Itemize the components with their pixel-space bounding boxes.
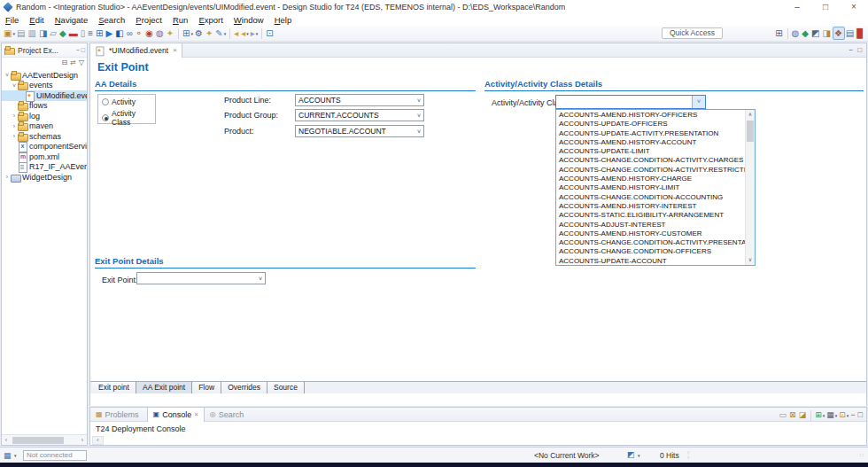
menu-item[interactable]: Window xyxy=(229,15,269,25)
open-perspective-icon[interactable]: ⊞ xyxy=(774,27,784,40)
tab-flow[interactable]: Flow xyxy=(192,382,221,393)
doc-icon[interactable]: ▯ xyxy=(80,27,88,40)
scroll-lock-icon[interactable]: ⊠ xyxy=(788,409,798,422)
activity-option[interactable]: ACCOUNTS-AMEND.HISTORY-INTEREST xyxy=(556,202,745,211)
maximize-view-icon[interactable]: □ xyxy=(81,47,85,53)
collapse-all-icon[interactable]: ⊟ xyxy=(61,58,67,67)
scroll-right-icon[interactable]: › xyxy=(78,437,87,443)
back-icon[interactable]: ◂▾ xyxy=(240,27,250,40)
run-config-icon[interactable]: ▶ xyxy=(105,27,114,40)
product-group-select[interactable]: CURRENT.ACCOUNTS ˅ xyxy=(295,109,424,121)
external-icon[interactable]: ✦ xyxy=(166,27,175,40)
annotation-icon[interactable]: ✎▾ xyxy=(214,27,227,40)
tree-item-flows[interactable]: flows xyxy=(2,101,87,112)
preferences-icon[interactable]: ⚙ xyxy=(194,27,205,40)
scroll-down-icon[interactable]: ∨ xyxy=(746,255,755,265)
menu-item[interactable]: Help xyxy=(269,15,298,25)
link-icon[interactable]: ⚬ xyxy=(135,27,144,40)
new-file-icon[interactable]: ▱ xyxy=(49,27,58,40)
server-connection-icon[interactable]: ▦ xyxy=(4,451,12,460)
exit-point-select[interactable]: ˅ xyxy=(136,272,266,284)
chevron-down-icon[interactable]: ˅ xyxy=(692,96,705,108)
scroll-left-icon[interactable]: ‹ xyxy=(2,437,11,443)
activity-option[interactable]: ACCOUNTS-UPDATE-OFFICERS xyxy=(556,120,745,128)
tab-console[interactable]: ▣ Console × xyxy=(147,408,205,422)
display-console-icon[interactable]: ▦▾ xyxy=(825,409,838,422)
link-editor-icon[interactable]: ⇄ xyxy=(70,58,76,67)
tab-search[interactable]: ◎ Search xyxy=(205,408,252,422)
tree-expand-arrow-icon[interactable]: › xyxy=(11,133,18,139)
console-hscrollbar[interactable]: ‹ xyxy=(92,436,104,445)
deploy-icon[interactable]: ◨ xyxy=(38,27,49,40)
tree-item-aaeventdesign[interactable]: ˅ AAEventDesign xyxy=(2,70,87,81)
open-view-icon[interactable]: ⊡▾ xyxy=(838,409,849,422)
tab-aa-exit-point[interactable]: AA Exit point xyxy=(136,382,192,393)
tree-expand-arrow-icon[interactable]: › xyxy=(4,174,11,180)
design-icon[interactable]: ▬ xyxy=(68,27,80,40)
activity-option[interactable]: ACCOUNTS-AMEND.HISTORY-CUSTOMER xyxy=(556,230,745,238)
design-perspective-icon[interactable]: ◆ xyxy=(801,27,810,40)
view-menu-icon[interactable]: ▽ xyxy=(79,58,84,67)
project-explorer-hscrollbar[interactable]: ‹ › xyxy=(2,434,87,445)
chevron-down-icon[interactable]: ▾ xyxy=(638,453,640,458)
chevron-down-icon[interactable]: ▾ xyxy=(14,453,17,458)
activity-option[interactable]: ACCOUNTS-AMEND.HISTORY-ACCOUNT xyxy=(556,138,745,147)
scrollbar-thumb[interactable] xyxy=(747,121,754,142)
close-tab-icon[interactable]: × xyxy=(194,410,198,418)
tree-item-componentservice[interactable]: componentService xyxy=(2,142,87,152)
table-icon[interactable]: ⊞ xyxy=(95,27,105,40)
integration-studio-perspective-icon[interactable]: ❖ xyxy=(833,27,845,40)
tab-source[interactable]: Source xyxy=(267,382,305,393)
tree-item-uimodified-event[interactable]: UIModified.event xyxy=(2,90,87,101)
minimize-button[interactable]: – xyxy=(783,0,811,14)
activity-option[interactable]: ACCOUNTS-AMEND.HISTORY-CHARGE xyxy=(556,175,745,183)
tree-item-maven[interactable]: › maven xyxy=(2,121,87,132)
ar-editor-icon[interactable]: ◧ xyxy=(114,27,125,40)
activity-option[interactable]: ACCOUNTS-CHANGE.CONDITION-ACCOUNTING xyxy=(556,193,745,202)
menu-item[interactable]: Run xyxy=(167,15,193,25)
activity-option[interactable]: ACCOUNTS-CHANGE.CONDITION-ACTIVITY.PRESE… xyxy=(556,238,745,247)
activity-option[interactable]: ACCOUNTS-UPDATE-ACCOUNT xyxy=(556,257,745,266)
web-icon[interactable]: ◍ xyxy=(155,27,166,40)
radio-activity[interactable]: Activity xyxy=(102,97,155,106)
tree-expand-arrow-icon[interactable]: › xyxy=(11,113,18,119)
tab-exit-point[interactable]: Exit point xyxy=(92,382,136,393)
minimize-view-icon[interactable]: − xyxy=(76,47,80,53)
dropdown-scrollbar[interactable]: ∧ ∨ xyxy=(745,110,755,265)
activity-option[interactable]: ACCOUNTS-AMEND.HISTORY-OFFICERS xyxy=(556,111,745,120)
menu-item[interactable]: File xyxy=(0,15,24,25)
product-line-select[interactable]: ACCOUNTS ˅ xyxy=(295,94,424,106)
menu-item[interactable]: Search xyxy=(93,15,130,25)
activity-class-combo[interactable]: ˅ xyxy=(555,95,706,109)
tree-item-events[interactable]: ˅ events xyxy=(2,81,87,91)
tree-item-widgetdesign[interactable]: › WidgetDesign xyxy=(2,172,87,183)
tree-item-r17-if-aaeventde[interactable]: R17_IF_AAEventDe xyxy=(2,162,87,173)
scroll-up-icon[interactable]: ∧ xyxy=(746,110,755,120)
last-edit-location-icon[interactable]: ◂ xyxy=(233,27,240,40)
scrollbar-thumb[interactable] xyxy=(12,437,64,444)
project-explorer-tab[interactable]: Project Ex... xyxy=(2,46,61,55)
close-button[interactable]: × xyxy=(840,0,868,14)
open-console-icon[interactable]: ⊞▾ xyxy=(814,409,825,422)
debug-perspective-icon[interactable]: ◩ xyxy=(810,27,821,40)
work-context-icon[interactable]: ◩ xyxy=(627,450,635,459)
t24-perspective-icon[interactable]: ▉ xyxy=(856,27,865,40)
activity-option[interactable]: ACCOUNTS-CHANGE.CONDITION-OFFICERS xyxy=(556,247,745,256)
radio-activity-class[interactable]: Activity Class xyxy=(102,109,155,127)
activity-option[interactable]: ACCOUNTS-ADJUST-INTEREST xyxy=(556,221,745,230)
activity-option[interactable]: ACCOUNTS-CHANGE.CONDITION-ACTIVITY.CHARG… xyxy=(556,156,745,165)
minimize-view-icon[interactable]: − xyxy=(849,46,853,54)
close-tab-icon[interactable]: × xyxy=(173,46,177,54)
menu-item[interactable]: Export xyxy=(193,15,228,25)
connect-icon[interactable]: ∞ xyxy=(126,27,135,40)
save-all-icon[interactable]: ▥ xyxy=(27,27,37,40)
tree-item-schemas[interactable]: › schemas xyxy=(2,131,87,142)
web-perspective-icon[interactable]: ▤ xyxy=(845,27,856,40)
new-wizard-icon[interactable]: ▣▾ xyxy=(3,27,16,40)
clear-console-icon[interactable]: ▭ xyxy=(779,409,789,422)
minimize-view-icon[interactable]: − xyxy=(849,409,856,422)
activity-option[interactable]: ACCOUNTS-UPDATE-LIMIT xyxy=(556,147,745,156)
menu-item[interactable]: Navigate xyxy=(50,15,94,25)
new-project-icon[interactable]: ⊞▾ xyxy=(182,27,194,40)
tree-item-log[interactable]: › log xyxy=(2,111,87,121)
